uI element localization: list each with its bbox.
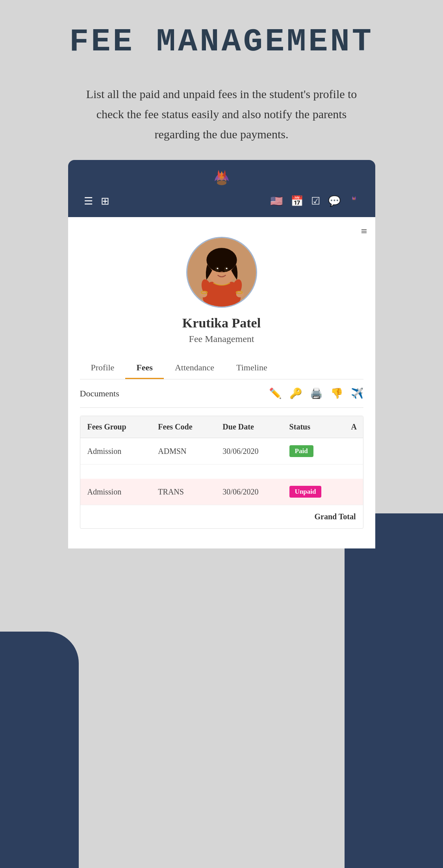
svg-point-6	[206, 248, 237, 272]
student-name: Krutika Patel	[182, 316, 261, 331]
tab-timeline[interactable]: Timeline	[225, 356, 278, 379]
doc-icons: ✏️ 🔑 🖨️ 👎 ✈️	[269, 387, 363, 400]
avatar-container	[186, 237, 257, 308]
svg-point-0	[217, 180, 226, 185]
app-content: ≡	[68, 217, 375, 548]
flag-doc-icon[interactable]: 👎	[330, 387, 343, 400]
app-navbar: ☰ ⊞ 🇺🇸 📅 ☑ 💬	[68, 160, 375, 217]
status-badge-paid: Paid	[289, 445, 313, 457]
svg-point-14	[236, 291, 243, 297]
svg-point-13	[199, 291, 207, 297]
documents-label: Documents	[80, 388, 119, 399]
fees-code-cell: ADMSN	[151, 438, 215, 465]
app-wrapper: ☰ ⊞ 🇺🇸 📅 ☑ 💬 ≡	[68, 160, 375, 548]
status-cell: Paid	[282, 438, 344, 465]
grid-icon[interactable]: ⊞	[101, 195, 109, 207]
profile-section: Krutika Patel Fee Management	[80, 229, 363, 356]
tabs-row: Profile Fees Attendance Timeline	[80, 356, 363, 379]
nav-left: ☰ ⊞	[84, 195, 109, 207]
flag-icon[interactable]: 🇺🇸	[270, 195, 283, 207]
tabs-container: Profile Fees Attendance Timeline	[80, 356, 363, 379]
check-icon[interactable]: ☑	[311, 195, 320, 207]
grand-total-cell: Grand Total	[80, 505, 363, 529]
menu-dots-button[interactable]: ≡	[361, 225, 367, 238]
tab-profile[interactable]: Profile	[80, 356, 126, 379]
page-title: FEE MANAGEMENT	[0, 24, 443, 60]
svg-point-9	[217, 268, 218, 269]
calendar-icon[interactable]: 📅	[291, 195, 303, 207]
due-date-cell: 30/06/2020	[215, 438, 282, 465]
status-cell: Unpaid	[282, 479, 344, 505]
navbar-logo	[210, 168, 234, 189]
svg-point-8	[224, 267, 228, 272]
documents-row: Documents ✏️ 🔑 🖨️ 👎 ✈️	[80, 379, 363, 408]
due-date-cell: 30/06/2020	[215, 479, 282, 505]
edit-icon[interactable]: ✏️	[269, 387, 282, 400]
page-description: List all the paid and unpaid fees in the…	[74, 84, 369, 144]
whatsapp-icon[interactable]: 💬	[328, 195, 341, 207]
table-header-row: Fees Group Fees Code Due Date Status A	[80, 416, 363, 438]
col-fees-code: Fees Code	[151, 416, 215, 438]
fees-table: Fees Group Fees Code Due Date Status A A…	[80, 416, 363, 528]
svg-point-7	[215, 267, 219, 272]
svg-point-10	[226, 268, 227, 269]
a-cell	[344, 438, 363, 465]
col-a: A	[344, 416, 363, 438]
send-icon[interactable]: ✈️	[351, 387, 363, 400]
bg-shape-left	[0, 632, 79, 868]
table-row-spacer	[80, 465, 363, 479]
col-status: Status	[282, 416, 344, 438]
status-badge-unpaid: Unpaid	[289, 486, 322, 498]
tab-attendance[interactable]: Attendance	[164, 356, 225, 379]
bg-shape-right	[345, 513, 443, 868]
navbar-controls: ☰ ⊞ 🇺🇸 📅 ☑ 💬	[80, 193, 363, 209]
table-row: Admission TRANS 30/06/2020 Unpaid	[80, 479, 363, 505]
hamburger-icon[interactable]: ☰	[84, 195, 93, 207]
fees-table-container: Fees Group Fees Code Due Date Status A A…	[80, 416, 363, 529]
fees-group-cell: Admission	[80, 438, 151, 465]
col-due-date: Due Date	[215, 416, 282, 438]
col-fees-group: Fees Group	[80, 416, 151, 438]
table-row: Admission ADMSN 30/06/2020 Paid	[80, 438, 363, 465]
a-cell	[344, 479, 363, 505]
fees-code-cell: TRANS	[151, 479, 215, 505]
fees-group-cell: Admission	[80, 479, 151, 505]
grand-total-row: Grand Total	[80, 505, 363, 529]
page-header: FEE MANAGEMENT	[0, 0, 443, 68]
student-subtitle: Fee Management	[189, 334, 254, 344]
avatar-image	[187, 238, 256, 307]
key-icon[interactable]: 🔑	[289, 387, 302, 400]
tab-fees[interactable]: Fees	[125, 356, 164, 379]
nav-right: 🇺🇸 📅 ☑ 💬	[270, 195, 360, 207]
lotus-nav-icon[interactable]	[348, 195, 360, 207]
print-icon[interactable]: 🖨️	[310, 387, 323, 400]
